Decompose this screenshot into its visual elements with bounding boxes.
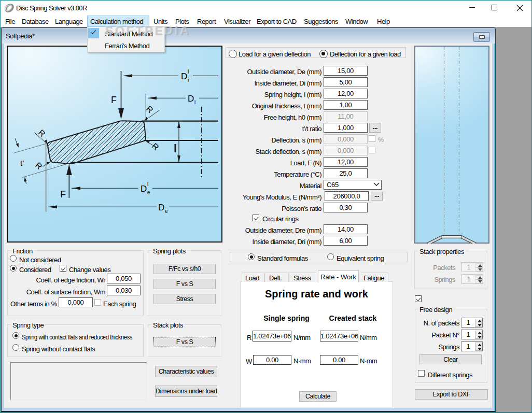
svg-text:R: R (34, 161, 44, 171)
svg-text:l: l (147, 181, 148, 187)
svg-text:e: e (147, 190, 150, 195)
svg-text:t': t' (20, 159, 24, 167)
svg-text:D: D (141, 184, 147, 194)
svg-text:F: F (60, 189, 66, 200)
svg-text:F: F (111, 95, 117, 105)
svg-text:R: R (37, 128, 47, 138)
